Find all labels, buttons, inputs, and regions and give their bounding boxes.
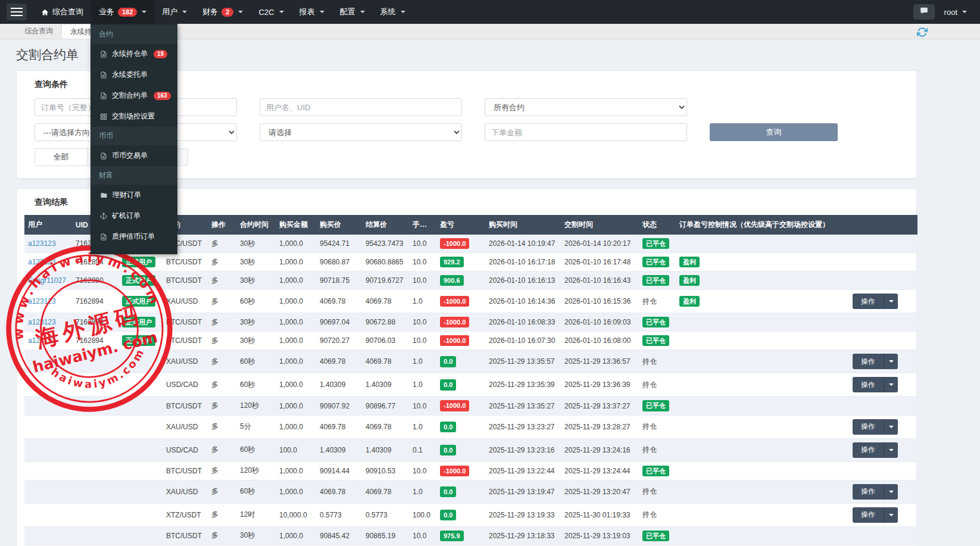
action-dropdown-toggle[interactable] <box>884 354 898 369</box>
table-row: a123123 7162894 正式用户 BTC/USDT 多 30秒 1,00… <box>24 332 917 350</box>
row-action-button[interactable]: 操作 <box>853 377 898 392</box>
action-dropdown-toggle[interactable] <box>884 294 898 309</box>
status-badge: 已平仓 <box>642 275 669 286</box>
row-action-button[interactable]: 操作 <box>853 442 898 458</box>
amount-cell: 1,000.0 <box>276 480 316 503</box>
menu-item[interactable]: 永续持仓单 19 <box>90 43 177 64</box>
table-row: BTC/USDT 多 120秒 1,000.0 90907.92 90896.7… <box>24 397 917 415</box>
uid-cell <box>72 397 118 415</box>
menu-item[interactable]: 质押借币订单 <box>90 226 177 247</box>
user-link[interactable]: a123123 <box>28 258 56 266</box>
scope-tab-all[interactable]: 全部 <box>35 149 88 166</box>
menu-item[interactable]: 永续委托单 <box>90 64 177 85</box>
amount-cell: 1,000.0 <box>276 313 316 332</box>
chevron-down-icon <box>962 11 967 13</box>
navbar-item-label: 财务 <box>202 7 218 17</box>
buy-time-cell: 2025-11-29 13:19:33 <box>485 503 561 526</box>
fee-cell: 10.0 <box>409 397 436 415</box>
contract-cell: USD/CAD <box>163 373 208 397</box>
navbar-item-6[interactable]: 配置 <box>332 0 373 24</box>
navbar-item-4[interactable]: C2C <box>251 0 291 24</box>
user-uid-input[interactable] <box>260 98 462 116</box>
amount-cell: 1,000.0 <box>276 350 316 373</box>
menu-item-label: 交割合约单 <box>112 91 148 101</box>
refresh-icon[interactable] <box>917 27 928 38</box>
pnl-badge: 0.0 <box>440 510 456 520</box>
navbar-item-3[interactable]: 财务2 <box>195 0 251 24</box>
direction-cell: 多 <box>208 397 236 415</box>
buy-time-cell: 2026-01-10 16:14:36 <box>485 290 561 313</box>
period-cell: 60秒 <box>236 480 276 503</box>
buy-time-cell: 2026-01-10 16:07:30 <box>485 332 561 350</box>
table-row: BTC/USDT 多 120秒 1,000.0 90914.44 90910.5… <box>24 461 917 480</box>
settle-time-cell: 2025-11-29 13:37:27 <box>561 397 639 415</box>
navbar-right: root <box>913 0 980 24</box>
direction-cell: 多 <box>208 438 236 461</box>
messages-button[interactable] <box>913 4 935 20</box>
fee-cell: 1.0 <box>409 480 436 503</box>
table-row: BTC/USDT 多 30秒 1,000.0 90845.42 90865.19… <box>24 526 917 545</box>
contract-cell: BTC/USDT <box>163 253 208 272</box>
navbar-item-1[interactable]: 业务182 <box>91 0 154 24</box>
tab-general-query[interactable]: 综合查询 <box>16 24 61 39</box>
user-link[interactable]: a123123 <box>28 297 56 305</box>
action-dropdown-toggle[interactable] <box>884 507 898 523</box>
menu-item[interactable]: 理财订单 <box>90 185 177 205</box>
action-dropdown-toggle[interactable] <box>884 442 898 458</box>
period-cell: 120秒 <box>236 397 276 415</box>
chevron-down-icon <box>182 11 187 13</box>
contract-select[interactable]: 所有合约 <box>485 98 687 116</box>
user-link[interactable]: a123123 <box>28 318 56 326</box>
buy-time-cell: 2025-11-29 13:19:47 <box>485 480 561 503</box>
action-dropdown-toggle[interactable] <box>884 484 898 500</box>
row-action-button[interactable]: 操作 <box>853 484 898 500</box>
amount-input[interactable] <box>485 123 687 141</box>
direction-cell: 多 <box>208 313 236 332</box>
buy-time-cell: 2026-01-10 16:08:33 <box>485 313 561 332</box>
username-label: root <box>944 8 957 17</box>
menu-item[interactable]: 币币交易单 <box>90 145 177 166</box>
user-link[interactable]: Fengr11027 <box>28 276 66 285</box>
navbar-item-5[interactable]: 报表 <box>292 0 332 24</box>
menu-section-2: 财富 理财订单 矿机订单 质押借币订单 <box>90 166 177 247</box>
state-select[interactable]: 请选择 <box>260 123 462 141</box>
action-dropdown-toggle[interactable] <box>884 377 898 392</box>
period-cell: 60秒 <box>236 290 276 313</box>
uid-cell <box>72 461 118 480</box>
fee-cell: 100.0 <box>409 503 436 526</box>
search-button[interactable]: 查询 <box>710 123 838 141</box>
buy-price-cell: 90718.75 <box>316 272 362 290</box>
row-action-button[interactable]: 操作 <box>853 294 898 309</box>
action-dropdown-toggle[interactable] <box>884 419 898 435</box>
pnl-badge: 0.0 <box>440 356 456 367</box>
hamburger-icon <box>7 4 27 20</box>
settle-time-cell: 2025-11-29 13:36:57 <box>561 350 639 373</box>
table-row: a123123 7162894 正式用户 XAU/USD 多 60秒 1,000… <box>24 290 917 313</box>
buy-price-cell: 90680.87 <box>316 253 362 272</box>
direction-cell: 多 <box>208 272 236 290</box>
buy-time-cell: 2026-01-10 16:16:13 <box>485 272 561 290</box>
navbar-item-2[interactable]: 用户 <box>154 0 195 24</box>
buy-price-cell: 90907.92 <box>316 397 362 415</box>
chevron-down-icon <box>889 300 894 302</box>
menu-item[interactable]: 交割场控设置 <box>90 106 177 127</box>
user-link[interactable]: a123123 <box>28 239 56 248</box>
row-action-button[interactable]: 操作 <box>853 354 898 369</box>
menu-item[interactable]: 矿机订单 <box>90 205 177 226</box>
row-action-button[interactable]: 操作 <box>853 419 898 435</box>
column-header: 订单盈亏控制情况（优先级高于交割场控设置） <box>676 215 833 235</box>
settle-price-cell: 0.5773 <box>362 503 409 526</box>
navbar-item-0[interactable]: 综合查询 <box>33 0 91 24</box>
user-menu[interactable]: root <box>944 8 967 17</box>
row-action-button[interactable]: 操作 <box>853 507 898 523</box>
navbar-item-label: 业务 <box>99 7 114 17</box>
navbar-item-7[interactable]: 系统 <box>373 0 413 24</box>
file-icon <box>100 71 107 79</box>
chevron-down-icon <box>142 11 146 13</box>
sidebar-toggle-button[interactable] <box>0 0 33 24</box>
user-link[interactable]: a123123 <box>28 336 56 345</box>
settle-time-cell: 2025-11-29 13:28:27 <box>561 415 639 438</box>
uid-cell <box>72 415 118 438</box>
amount-cell: 1,000.0 <box>276 332 316 350</box>
menu-item[interactable]: 交割合约单 163 <box>90 85 177 106</box>
